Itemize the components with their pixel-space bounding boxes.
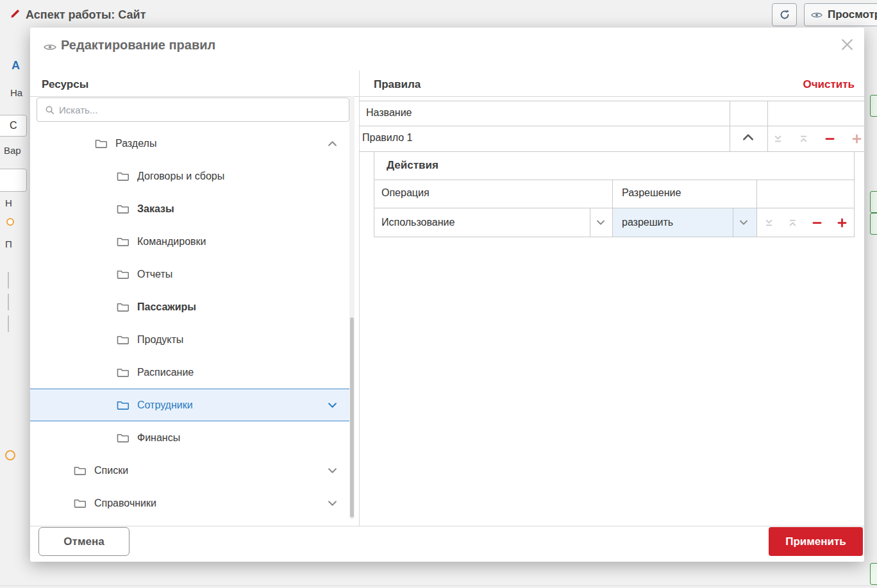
tree-item-label: Заказы <box>137 203 174 215</box>
move-top-icon[interactable] <box>789 219 797 227</box>
status-ring-icon <box>5 450 15 460</box>
tree-item-3[interactable]: Командировки <box>30 225 349 258</box>
resources-tree: РазделыДоговоры и сборыЗаказыКомандировк… <box>30 127 349 519</box>
operation-header: Операция <box>381 187 430 199</box>
move-down-icon[interactable] <box>774 135 782 143</box>
screen: Аспект работы: Сайт Просмотр А На С Вар … <box>0 0 877 588</box>
action-row-actions <box>765 215 847 230</box>
chevron-down-icon[interactable] <box>328 403 337 408</box>
tree-item-label: Продукты <box>137 334 183 346</box>
clear-rules-button[interactable]: Очистить <box>726 78 855 91</box>
divider <box>30 526 864 526</box>
background-field-label: П <box>5 239 12 249</box>
panel-divider <box>359 71 360 526</box>
tree-item-2[interactable]: Заказы <box>30 192 349 225</box>
view-button[interactable]: Просмотр <box>804 3 877 26</box>
edit-rules-dialog: Редактирование правил Ресурсы Правила Оч… <box>30 28 864 562</box>
status-dot-icon <box>6 218 14 226</box>
divider <box>733 208 733 237</box>
folder-icon <box>117 335 129 345</box>
divider <box>756 180 757 237</box>
edge-action-button[interactable] <box>870 563 877 585</box>
eye-icon <box>811 12 823 19</box>
tree-item-4[interactable]: Отчеты <box>30 258 349 290</box>
folder-icon <box>95 139 107 149</box>
search-input[interactable] <box>37 98 349 121</box>
chevron-down-icon[interactable] <box>328 468 337 473</box>
move-down-icon[interactable] <box>765 219 773 227</box>
folder-icon <box>117 237 129 247</box>
divider <box>730 101 730 151</box>
tree-item-label: Разделы <box>115 138 156 149</box>
folder-icon <box>117 171 129 181</box>
apply-button[interactable]: Применить <box>769 527 863 556</box>
refresh-button[interactable] <box>772 3 797 26</box>
operation-dropdown-chevron-icon[interactable] <box>597 220 605 225</box>
tree-item-label: Справочники <box>94 498 156 509</box>
folder-icon <box>117 367 129 378</box>
add-rule-icon[interactable] <box>852 134 862 144</box>
tree-item-label: Отчеты <box>137 269 172 280</box>
cancel-button[interactable]: Отмена <box>38 527 129 556</box>
page-title: Аспект работы: Сайт <box>26 8 146 22</box>
divider <box>767 101 768 151</box>
tree-item-9[interactable]: Финансы <box>30 421 349 454</box>
divider <box>374 180 855 180</box>
divider <box>359 101 864 101</box>
edge-action-button[interactable] <box>870 95 877 117</box>
permission-select-value[interactable]: разрешить <box>622 217 673 228</box>
search-box <box>37 97 349 122</box>
background-border-fragment <box>8 294 9 310</box>
tree-item-label: Договоры и сборы <box>137 171 224 182</box>
scrollbar-thumb[interactable] <box>350 317 354 517</box>
search-icon <box>45 105 54 115</box>
folder-icon <box>74 466 86 476</box>
tree-item-8[interactable]: Сотрудники <box>30 389 349 421</box>
divider <box>359 126 864 126</box>
close-icon[interactable] <box>840 38 854 51</box>
tree-item-label: Финансы <box>137 432 180 444</box>
tree-item-1[interactable]: Договоры и сборы <box>30 160 349 192</box>
move-top-icon[interactable] <box>799 135 808 143</box>
rule-row-actions <box>774 130 862 147</box>
view-button-label: Просмотр <box>828 8 877 21</box>
remove-rule-icon[interactable] <box>825 134 835 144</box>
permission-dropdown-chevron-icon[interactable] <box>740 220 748 225</box>
background-input[interactable]: С <box>0 115 27 137</box>
tree-item-11[interactable]: Справочники <box>30 487 349 519</box>
tree-item-5[interactable]: Пассажиры <box>30 290 349 323</box>
pencil-icon <box>10 8 21 19</box>
permission-header: Разрешение <box>622 187 681 199</box>
tree-item-label: Списки <box>94 465 128 476</box>
scrollbar[interactable] <box>349 96 355 519</box>
rules-header: Правила <box>374 78 421 91</box>
tree-item-10[interactable]: Списки <box>30 454 349 487</box>
tree-item-0[interactable]: Разделы <box>30 127 349 160</box>
background-input-value: С <box>10 120 17 131</box>
chevron-down-icon[interactable] <box>328 501 337 506</box>
folder-icon <box>117 433 129 443</box>
rule-name-cell[interactable]: Правило 1 <box>362 132 413 144</box>
background-border-fragment <box>8 315 9 332</box>
tree-item-label: Командировки <box>137 236 206 248</box>
tree-item-label: Расписание <box>137 367 194 378</box>
folder-icon <box>117 400 129 410</box>
folder-icon <box>117 204 129 214</box>
remove-action-icon[interactable] <box>812 218 822 228</box>
divider <box>0 585 877 586</box>
tree-item-7[interactable]: Расписание <box>30 356 349 389</box>
edge-action-button[interactable] <box>870 213 877 235</box>
folder-icon <box>117 302 129 312</box>
divider <box>612 180 613 237</box>
dialog-eye-icon <box>44 43 56 51</box>
resources-header: Ресурсы <box>42 78 88 91</box>
add-action-icon[interactable] <box>837 218 847 228</box>
chevron-up-icon[interactable] <box>328 141 337 146</box>
collapse-rule-icon[interactable] <box>743 134 753 140</box>
edge-action-button[interactable] <box>870 191 877 213</box>
operation-select-value[interactable]: Использование <box>381 217 455 228</box>
refresh-icon <box>779 9 790 21</box>
tree-item-6[interactable]: Продукты <box>30 323 349 356</box>
background-input[interactable] <box>0 169 27 192</box>
folder-icon <box>117 269 129 280</box>
